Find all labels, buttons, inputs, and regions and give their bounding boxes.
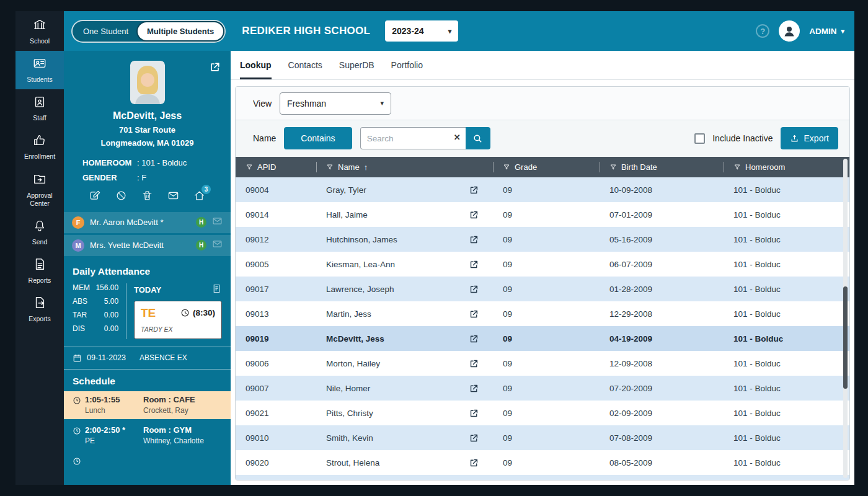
contact-row[interactable]: F Mr. Aaron McDevitt * H xyxy=(64,212,231,233)
contact-row[interactable]: M Mrs. Yvette McDevitt H xyxy=(64,235,231,256)
search-icon xyxy=(472,133,483,144)
search-input[interactable] xyxy=(360,127,466,149)
open-student-icon[interactable] xyxy=(469,284,479,294)
scrollbar-thumb[interactable] xyxy=(843,286,848,389)
stat-value: 0.00 xyxy=(104,311,118,319)
open-student-icon[interactable] xyxy=(469,408,479,418)
col-label: Homeroom xyxy=(745,162,785,172)
include-inactive-checkbox[interactable] xyxy=(694,133,705,144)
household-icon[interactable]: 3 xyxy=(193,190,205,204)
student-photo[interactable] xyxy=(130,61,165,104)
col-header-birth-date[interactable]: Birth Date xyxy=(600,157,724,177)
table-row[interactable]: 09012 Hutchinson, James 09 05-16-2009 10… xyxy=(236,227,849,252)
table-row[interactable]: 09010 Smith, Kevin 09 07-08-2009 101 - B… xyxy=(236,425,849,450)
export-label: Export xyxy=(804,133,829,143)
help-icon[interactable]: ? xyxy=(756,24,769,38)
table-row[interactable]: 09017 Lawrence, Joseph 09 01-28-2009 101… xyxy=(236,277,849,301)
sidebar-item-school[interactable]: School xyxy=(16,12,64,51)
cell-birth-date: 04-19-2009 xyxy=(600,334,724,343)
include-inactive-label: Include Inactive xyxy=(712,133,773,143)
col-header-grade[interactable]: Grade xyxy=(493,157,600,177)
student-mode-toggle: One Student Multiple Students xyxy=(71,20,226,43)
student-name-text: Gray, Tyler xyxy=(326,185,366,195)
table-scrollbar[interactable] xyxy=(843,159,848,478)
admin-menu[interactable]: ADMIN ▾ xyxy=(809,27,844,36)
table-row[interactable]: 09019 McDevitt, Jess 09 04-19-2009 101 -… xyxy=(236,326,849,351)
one-student-toggle[interactable]: One Student xyxy=(74,22,138,40)
cell-homeroom: 101 - Bolduc xyxy=(724,185,849,195)
top-right-group: ? ADMIN ▾ xyxy=(756,20,844,42)
clear-search-icon[interactable]: ✕ xyxy=(454,133,461,142)
cell-apid: 09010 xyxy=(236,433,316,443)
table-row[interactable]: 09006 Morton, Hailey 09 12-09-2008 101 -… xyxy=(236,351,849,376)
sidebar-item-students[interactable]: Students xyxy=(16,51,64,89)
sidebar-item-approval-center[interactable]: Approval Center xyxy=(16,167,64,213)
tab-lookup[interactable]: Lookup xyxy=(240,51,272,79)
tab-contacts[interactable]: Contacts xyxy=(288,51,322,79)
open-student-icon[interactable] xyxy=(469,185,479,195)
today-attendance-card[interactable]: TE (8:30) TARDY EX xyxy=(134,301,222,339)
cell-name: Nile, Homer xyxy=(316,383,493,394)
cell-birth-date: 12-29-2008 xyxy=(600,309,724,319)
open-student-icon[interactable] xyxy=(469,234,479,245)
search-button[interactable] xyxy=(466,127,490,149)
open-student-icon[interactable] xyxy=(469,383,479,394)
school-year-select[interactable]: 2023-24 ▾ xyxy=(385,20,458,42)
absence-type: ABSENCE EX xyxy=(140,353,187,362)
sidebar-item-reports[interactable]: Reports xyxy=(16,252,64,290)
open-student-icon[interactable] xyxy=(469,433,479,443)
attendance-note-icon[interactable] xyxy=(211,283,222,296)
contact-email-icon[interactable] xyxy=(212,239,223,252)
period-room: Room : GYM xyxy=(143,425,224,435)
open-student-icon[interactable] xyxy=(469,309,479,319)
student-name-text: Lawrence, Joseph xyxy=(326,285,394,294)
multiple-students-toggle[interactable]: Multiple Students xyxy=(138,22,223,40)
table-row[interactable]: 09007 Nile, Homer 09 07-20-2009 101 - Bo… xyxy=(236,376,849,401)
open-student-icon[interactable] xyxy=(469,334,479,344)
schedule-entry[interactable]: 2:00-2:50 * PE Room : GYM Whitney, Charl… xyxy=(64,422,231,450)
table-row[interactable]: 09014 Hall, Jaime 09 07-01-2009 101 - Bo… xyxy=(236,202,849,227)
edit-icon[interactable] xyxy=(89,190,101,204)
open-student-icon[interactable] xyxy=(469,210,479,220)
stat-label: ABS xyxy=(73,297,87,306)
export-button[interactable]: Export xyxy=(781,127,838,149)
cell-apid: 09007 xyxy=(236,384,316,393)
filter-icon xyxy=(246,164,253,171)
approval-center-icon xyxy=(33,172,46,188)
sidebar-item-send[interactable]: Send xyxy=(16,213,64,252)
table-row[interactable]: 09013 Martin, Jess 09 12-29-2008 101 - B… xyxy=(236,301,849,326)
expand-student-icon[interactable] xyxy=(209,61,221,76)
sidebar-item-enrollment[interactable]: Enrollment xyxy=(16,128,64,166)
table-row[interactable]: 09004 Gray, Tyler 09 10-09-2008 101 - Bo… xyxy=(236,177,849,202)
contains-operator-button[interactable]: Contains xyxy=(284,127,352,149)
absence-row[interactable]: 09-11-2023 ABSENCE EX xyxy=(64,347,231,370)
user-avatar[interactable] xyxy=(779,20,800,42)
sidebar-item-exports[interactable]: Exports xyxy=(16,290,64,329)
sidebar-item-label: Approval Center xyxy=(17,192,63,208)
col-header-homeroom[interactable]: Homeroom xyxy=(724,157,849,177)
attendance-stats: MEM156.00 ABS5.00 TAR0.00 DIS0.00 xyxy=(73,283,118,339)
filter-icon xyxy=(733,164,741,171)
view-row: View Freshman ▾ xyxy=(236,87,849,120)
trash-icon[interactable] xyxy=(141,190,153,204)
view-select[interactable]: Freshman ▾ xyxy=(280,92,391,115)
col-header-name[interactable]: Name ↑ xyxy=(316,157,493,177)
cell-grade: 09 xyxy=(493,384,600,393)
ban-icon[interactable] xyxy=(115,190,127,204)
table-row[interactable]: 09021 Pitts, Christy 09 02-09-2009 101 -… xyxy=(236,401,849,425)
tab-portfolio[interactable]: Portfolio xyxy=(391,51,423,79)
contact-email-icon[interactable] xyxy=(212,216,223,229)
col-header-apid[interactable]: APID xyxy=(236,157,316,177)
open-student-icon[interactable] xyxy=(469,458,479,468)
open-student-icon[interactable] xyxy=(469,358,479,369)
exports-icon xyxy=(33,296,46,312)
student-panel: McDevitt, Jess 701 Star Route Longmeadow… xyxy=(64,51,231,485)
open-student-icon[interactable] xyxy=(469,259,479,270)
schedule-entry-current[interactable]: 1:05-1:55 Lunch Room : CAFE Crockett, Ra… xyxy=(64,391,231,419)
table-row[interactable]: 09005 Kiesman, Lea-Ann 09 06-07-2009 101… xyxy=(236,252,849,277)
table-row[interactable]: 09020 Strout, Helena 09 08-05-2009 101 -… xyxy=(236,450,849,475)
email-icon[interactable] xyxy=(167,190,179,204)
schedule-entry-partial[interactable] xyxy=(64,452,231,470)
tab-superdb[interactable]: SuperDB xyxy=(339,51,374,79)
sidebar-item-staff[interactable]: Staff xyxy=(16,89,64,128)
